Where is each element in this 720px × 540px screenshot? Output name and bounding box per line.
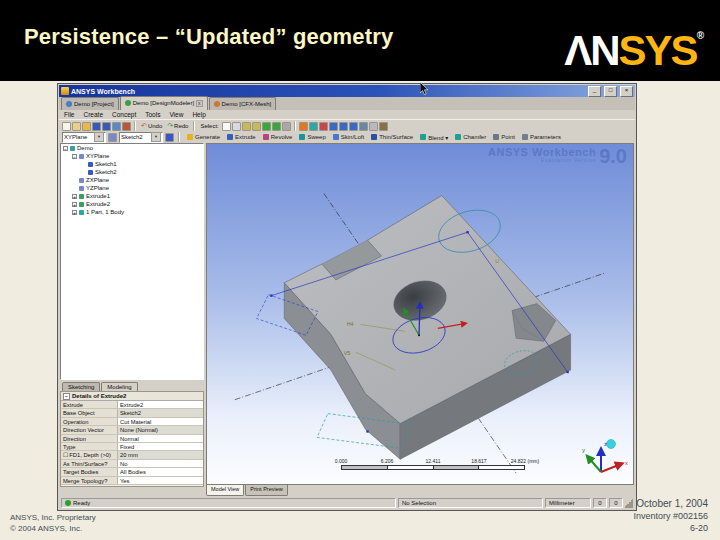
tree-item[interactable]: + 1 Part, 1 Body — [61, 208, 203, 216]
details-row-value[interactable]: Fixed — [118, 443, 203, 450]
tree-expander-icon[interactable]: + — [72, 202, 77, 207]
tab-model-view[interactable]: Model View — [206, 485, 244, 496]
tab-modeling[interactable]: Modeling — [101, 382, 137, 391]
tab-demo-cfx-mesh[interactable]: Demo [CFX-Mesh] — [209, 97, 277, 110]
sketch-dropdown[interactable]: Sketch2 ▼ — [119, 132, 163, 143]
blend-button[interactable]: Blend ▾ — [420, 134, 448, 141]
tab-demo-designmodeler[interactable]: Demo [DesignModeler] x — [120, 96, 208, 110]
menu-tools[interactable]: Tools — [145, 111, 160, 118]
menu-view[interactable]: View — [169, 111, 183, 118]
tree-expander-icon[interactable]: − — [63, 146, 68, 151]
generate-button[interactable]: Generate — [187, 134, 220, 141]
look-at-icon[interactable] — [359, 122, 368, 131]
details-row-value[interactable]: No — [118, 460, 203, 467]
undo-button[interactable]: ↶ Undo — [141, 122, 162, 130]
triad-x-arrow[interactable] — [601, 464, 621, 472]
tree-item[interactable]: + Extrude1 — [61, 192, 203, 200]
chevron-down-icon[interactable]: ▼ — [151, 132, 161, 142]
pan-icon[interactable] — [309, 122, 318, 131]
minimize-button[interactable]: _ — [588, 86, 601, 97]
tree-expander-icon[interactable]: − — [72, 154, 77, 159]
maximize-button[interactable]: □ — [604, 86, 617, 97]
tab-print-preview[interactable]: Print Preview — [245, 485, 287, 496]
details-row[interactable]: ☐ FD1, Depth (>0) 20 mm — [61, 451, 203, 459]
menu-concept[interactable]: Concept — [112, 111, 136, 118]
point-button[interactable]: Point — [493, 134, 515, 141]
details-row[interactable]: Merge Topology? Yes — [61, 477, 203, 485]
tree-item[interactable]: − XYPlane — [61, 152, 203, 160]
chamfer-button[interactable]: Chamfer — [455, 134, 486, 141]
save-as-icon[interactable] — [102, 122, 111, 131]
resize-grip[interactable] — [625, 498, 633, 508]
tree-item[interactable]: ZXPlane — [61, 176, 203, 184]
tab-close-icon[interactable]: x — [196, 100, 203, 107]
details-row-value[interactable]: Sketch2 — [118, 409, 203, 416]
edge-filter-icon[interactable] — [252, 122, 261, 131]
triad-y-arrow[interactable] — [588, 457, 601, 472]
tab-demo-project[interactable]: Demo [Project] — [61, 97, 119, 110]
close-button[interactable]: × — [620, 86, 633, 97]
details-row[interactable]: Operation Cut Material — [61, 418, 203, 426]
model-viewport[interactable]: H4 V5 U ANSYS Workbench Evaluation Versi… — [206, 143, 634, 485]
sweep-button[interactable]: Sweep — [299, 134, 325, 141]
parameters-button[interactable]: Parameters — [522, 134, 561, 141]
extend-selection-icon[interactable] — [282, 122, 291, 131]
open-icon[interactable] — [72, 122, 81, 131]
tree-item[interactable]: Sketch2 — [61, 168, 203, 176]
extrude-button[interactable]: Extrude — [227, 134, 256, 141]
tree-expander-icon[interactable]: + — [72, 210, 77, 215]
details-row-value[interactable]: Normal — [118, 435, 203, 442]
details-row-value[interactable]: Yes — [118, 477, 203, 484]
details-row-value[interactable]: 20 mm — [118, 451, 203, 458]
zoom-icon[interactable] — [319, 122, 328, 131]
triad-sphere[interactable] — [607, 440, 616, 449]
new-icon[interactable] — [62, 122, 71, 131]
face-filter-icon[interactable] — [262, 122, 271, 131]
details-row[interactable]: Base Object Sketch2 — [61, 409, 203, 417]
chevron-down-icon[interactable]: ▼ — [94, 132, 104, 142]
isometric-icon[interactable] — [379, 122, 388, 131]
details-row[interactable]: Type Fixed — [61, 443, 203, 451]
tree-item[interactable]: − Demo — [61, 144, 203, 152]
menu-file[interactable]: File — [64, 111, 74, 118]
details-row[interactable]: Target Bodies All Bodies — [61, 468, 203, 476]
import-icon[interactable] — [82, 122, 91, 131]
details-row-value[interactable]: None (Normal) — [118, 426, 203, 433]
status-units[interactable]: Millimeter — [545, 498, 591, 508]
revolve-button[interactable]: Revolve — [263, 134, 293, 141]
checkbox-icon[interactable]: ☐ — [63, 452, 68, 457]
save-icon[interactable] — [92, 122, 101, 131]
thin-surface-button[interactable]: Thin/Surface — [371, 134, 413, 141]
export-icon[interactable] — [112, 122, 121, 131]
sketch-point[interactable] — [366, 430, 368, 432]
details-row[interactable]: As Thin/Surface? No — [61, 460, 203, 468]
sketch-point[interactable] — [466, 231, 468, 233]
settings-icon[interactable] — [122, 122, 131, 131]
dimension-label-v[interactable]: V5 — [344, 350, 351, 356]
details-row-value[interactable]: Extrude2 — [118, 401, 203, 408]
redo-button[interactable]: ↷ Redo — [167, 122, 188, 130]
select-cursor-icon[interactable] — [222, 122, 231, 131]
details-row[interactable]: Direction Vector None (Normal) — [61, 426, 203, 434]
tree-item[interactable]: + Extrude2 — [61, 200, 203, 208]
details-row-value[interactable]: All Bodies — [118, 468, 203, 475]
plane-dropdown[interactable]: XYPlane ▼ — [62, 132, 106, 143]
vertex-filter-icon[interactable] — [242, 122, 251, 131]
menu-help[interactable]: Help — [192, 111, 205, 118]
details-row-value[interactable]: Cut Material — [118, 418, 203, 425]
tree-expander-icon[interactable]: + — [72, 194, 77, 199]
dimension-label-h[interactable]: H4 — [347, 321, 354, 327]
new-plane-icon[interactable] — [108, 133, 117, 142]
tree-item[interactable]: Sketch1 — [61, 160, 203, 168]
zoom-out-icon[interactable] — [339, 122, 348, 131]
skin-loft-button[interactable]: Skin/Loft — [333, 134, 364, 141]
body-filter-icon[interactable] — [272, 122, 281, 131]
tree-item[interactable]: YZPlane — [61, 184, 203, 192]
sketch-point[interactable] — [566, 371, 568, 373]
zoom-in-icon[interactable] — [329, 122, 338, 131]
tab-sketching[interactable]: Sketching — [62, 382, 100, 391]
details-row[interactable]: Extrude Extrude2 — [61, 401, 203, 409]
new-sketch-icon[interactable] — [165, 133, 174, 142]
previous-view-icon[interactable] — [369, 122, 378, 131]
menu-create[interactable]: Create — [83, 111, 103, 118]
